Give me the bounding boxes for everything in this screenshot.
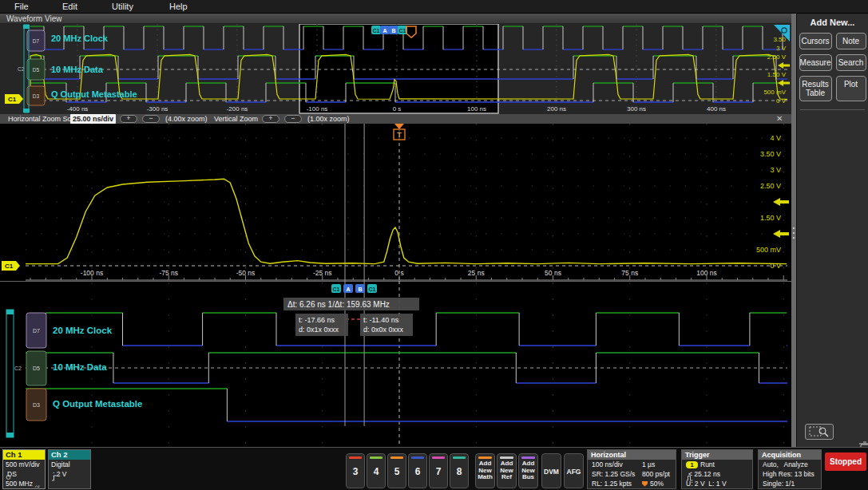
add-new-ref-button[interactable]: Add New Ref bbox=[497, 453, 517, 488]
position-marker-icon bbox=[642, 481, 648, 487]
svg-text:D7: D7 bbox=[33, 328, 40, 334]
overview-waveform-panel[interactable]: -400 ns-300 ns-200 ns-100 ns0 s100 ns200… bbox=[0, 24, 791, 114]
ch1-header: Ch 1 bbox=[3, 450, 45, 460]
digital-channel-label: 20 MHz Clock bbox=[53, 326, 113, 335]
add-new-title: Add New... bbox=[797, 18, 868, 27]
svg-text:C1: C1 bbox=[8, 96, 17, 103]
channel-3-button[interactable]: 3 bbox=[346, 453, 365, 488]
sidebar: Add New... CursorsNoteMeasureSearchResul… bbox=[796, 14, 868, 447]
overview-time-label: -200 ns bbox=[227, 105, 248, 113]
menu-item-edit[interactable]: Edit bbox=[62, 2, 77, 11]
hzoom-minus-button[interactable]: − bbox=[142, 115, 160, 123]
trigger-settings-box[interactable]: Trigger 1Runt < 25.12 ns U: 2 V L: 1 V bbox=[681, 449, 753, 489]
svg-text:C1: C1 bbox=[369, 286, 376, 292]
zoom-selection-box[interactable] bbox=[299, 24, 498, 113]
acquisition-settings-box[interactable]: Acquisition Auto, Analyze High Res: 13 b… bbox=[758, 449, 822, 489]
vertical-zoom-label: Vertical Zoom bbox=[214, 115, 258, 123]
acquisition-mode: Auto, Analyze bbox=[763, 460, 808, 469]
horizontal-settings-box[interactable]: Horizontal 100 ns/div1 µs SR: 1.25 GS/s8… bbox=[587, 449, 676, 489]
record-length: RL: 1.25 kpts bbox=[592, 479, 632, 488]
channel-6-button[interactable]: 6 bbox=[408, 453, 427, 488]
vzoom-plus-button[interactable]: + bbox=[262, 115, 279, 123]
main-time-label: -50 ns bbox=[236, 269, 256, 277]
add-new-cursors-button[interactable]: Cursors bbox=[799, 33, 832, 49]
svg-text:C1: C1 bbox=[5, 263, 14, 270]
main-waveform-panel[interactable]: T4 V3.50 V3 V2.50 V1.50 V500 mV0 VC1-100… bbox=[0, 124, 791, 281]
add-new-bus-button[interactable]: Add New Bus bbox=[518, 453, 538, 488]
afg-button[interactable]: AFG bbox=[564, 453, 584, 488]
overview-volt-label: 2.50 V bbox=[767, 53, 787, 61]
trigger-source-badge: 1 bbox=[686, 461, 698, 468]
zoom-tool-button[interactable] bbox=[805, 424, 834, 440]
main-time-label: 75 ns bbox=[621, 269, 638, 277]
add-new-search-button[interactable]: Search bbox=[836, 54, 866, 71]
main-time-label: 100 ns bbox=[696, 269, 717, 277]
hzoom-factor-label: (4.00x zoom) bbox=[165, 115, 208, 123]
menu-item-help[interactable]: Help bbox=[169, 2, 188, 11]
main-volt-label: 2.50 V bbox=[760, 182, 781, 190]
svg-text:Δt: 6.26 ns 1/Δt: 159.63 MHz: Δt: 6.26 ns 1/Δt: 159.63 MHz bbox=[287, 300, 390, 309]
vzoom-factor-label: (1.00x zoom) bbox=[307, 115, 350, 123]
svg-text:T: T bbox=[397, 131, 402, 139]
overview-time-label: 100 ns bbox=[467, 105, 486, 113]
add-new-results-table-button[interactable]: Results Table bbox=[799, 76, 832, 101]
digital-channel-label: Q Output Metastable bbox=[53, 399, 142, 409]
zoom-scale-value[interactable]: 25.00 ns/div bbox=[70, 114, 116, 124]
trigger-title: Trigger bbox=[682, 450, 752, 460]
main-volt-label: 1.50 V bbox=[760, 214, 781, 222]
main-time-label: -25 ns bbox=[313, 269, 332, 277]
overview-volt-label: 500 mV bbox=[763, 89, 786, 96]
channel-4-button[interactable]: 4 bbox=[367, 453, 386, 488]
main-volt-label: 3.50 V bbox=[760, 150, 781, 158]
main-time-label: 50 ns bbox=[545, 269, 561, 277]
bottom-bar: Ch 1 500 mV/div DS 500 MHz Ch 2 Digital … bbox=[0, 447, 868, 490]
overview-time-label: 0 s bbox=[393, 105, 402, 113]
channel-1-badge[interactable]: Ch 1 500 mV/div DS 500 MHz bbox=[2, 449, 46, 489]
add-new-note-button[interactable]: Note bbox=[836, 33, 866, 49]
overview-volt-label: 3.50 bbox=[773, 36, 786, 43]
menu-bar: FileEditUtilityHelp bbox=[0, 0, 868, 14]
overview-volt-label: 0 V bbox=[776, 97, 787, 105]
main-time-label: -75 ns bbox=[159, 269, 178, 277]
svg-text:D3: D3 bbox=[33, 93, 40, 99]
main-volt-label: 3 V bbox=[770, 166, 781, 174]
dvm-button[interactable]: DVM bbox=[541, 453, 561, 488]
add-new-measure-button[interactable]: Measure bbox=[799, 54, 832, 71]
channel-7-button[interactable]: 7 bbox=[429, 453, 448, 488]
channel-8-button[interactable]: 8 bbox=[450, 453, 469, 488]
view-title: Waveform View bbox=[6, 14, 61, 23]
digital-waveform-panel[interactable]: C1ABC1D720 MHz ClockD5C210 MHz DataD3Q O… bbox=[0, 281, 791, 447]
zoom-area-icon bbox=[806, 425, 833, 439]
hzoom-plus-button[interactable]: + bbox=[120, 115, 137, 123]
trigger-type: Runt bbox=[700, 460, 715, 469]
trigger-levels: U: 2 V L: 1 V bbox=[686, 479, 727, 488]
acquisition-resolution: High Res: 13 bits bbox=[763, 469, 814, 479]
overview-time-label: 400 ns bbox=[707, 105, 726, 113]
horizontal-window: 1 µs bbox=[642, 460, 655, 469]
vzoom-minus-button[interactable]: − bbox=[284, 115, 302, 123]
add-new-plot-button[interactable]: Plot bbox=[836, 76, 866, 101]
svg-text:t: -11.40 ns: t: -11.40 ns bbox=[363, 316, 399, 324]
add-new-math-button[interactable]: Add New Math bbox=[475, 453, 495, 488]
close-zoom-icon[interactable]: ✕ bbox=[776, 114, 783, 124]
main-volt-label: 0 V bbox=[770, 262, 781, 270]
svg-text:D5: D5 bbox=[33, 366, 40, 371]
run-stop-status-button[interactable]: Stopped bbox=[825, 452, 866, 471]
main-volt-label: 4 V bbox=[770, 134, 781, 142]
sidebar-divider bbox=[800, 109, 865, 110]
main-time-label: 25 ns bbox=[468, 269, 485, 277]
menu-item-file[interactable]: File bbox=[14, 2, 29, 11]
ch1-scale: 500 mV/div bbox=[3, 460, 45, 469]
ch2-type: Digital bbox=[49, 460, 90, 469]
horizontal-position: 50% bbox=[650, 479, 664, 488]
acquisition-title: Acquisition bbox=[759, 450, 821, 460]
channel-2-badge[interactable]: Ch 2 Digital : 2 V bbox=[48, 449, 91, 489]
overview-time-label: 200 ns bbox=[547, 105, 566, 113]
channel-5-button[interactable]: 5 bbox=[387, 453, 406, 488]
menu-item-utility[interactable]: Utility bbox=[112, 2, 133, 11]
overview-volt-label: 3 V bbox=[776, 45, 787, 52]
overview-volt-label: 1.50 V bbox=[767, 71, 787, 78]
main-time-label: 0 s bbox=[394, 269, 403, 277]
svg-text:D3: D3 bbox=[33, 402, 40, 408]
main-volt-label: 500 mV bbox=[756, 246, 781, 254]
